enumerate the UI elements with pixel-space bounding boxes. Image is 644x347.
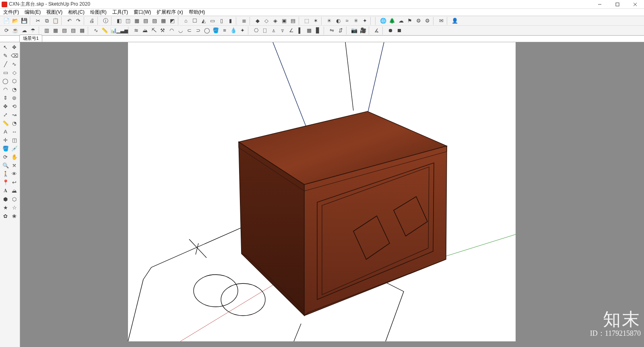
grid-icon[interactable]: ▦ bbox=[305, 27, 313, 35]
bars-icon[interactable]: ▁▃▅ bbox=[118, 27, 126, 35]
group-icon[interactable]: ⬚ bbox=[303, 17, 311, 25]
pencil-icon[interactable]: ✎ bbox=[2, 51, 10, 60]
gear-icon[interactable]: ⚙ bbox=[423, 17, 431, 25]
cube-wire-icon[interactable]: ◫ bbox=[124, 17, 132, 25]
comp1-icon[interactable]: ◆ bbox=[254, 17, 262, 25]
position-icon[interactable]: 📍 bbox=[2, 178, 10, 186]
arc1-icon[interactable]: ◠ bbox=[167, 27, 175, 35]
look-icon[interactable]: 👁 bbox=[10, 170, 19, 178]
paste-icon[interactable]: 📋 bbox=[52, 17, 60, 25]
paint-icon[interactable]: 🪣 bbox=[2, 144, 10, 152]
weather-icon[interactable]: ☂ bbox=[29, 27, 37, 35]
copy-icon[interactable]: ⧉ bbox=[43, 17, 51, 25]
flag-icon[interactable]: ⚑ bbox=[406, 17, 414, 25]
drop-icon[interactable]: 💧 bbox=[229, 27, 237, 35]
col-icon[interactable]: ▊ bbox=[314, 27, 322, 35]
model-info-icon[interactable]: ⓘ bbox=[101, 17, 109, 25]
axes-icon[interactable]: ✛ bbox=[2, 136, 10, 144]
stack-icon[interactable]: ≡ bbox=[221, 27, 229, 35]
select-icon[interactable]: ↖ bbox=[2, 43, 10, 51]
rect-rot-icon[interactable]: ◇ bbox=[10, 68, 19, 76]
freehand-icon[interactable]: ∿ bbox=[10, 60, 19, 68]
road2-icon[interactable]: ⎕ bbox=[261, 27, 269, 35]
maximize-button[interactable] bbox=[609, 0, 626, 9]
cube-hidden-icon[interactable]: ▧ bbox=[142, 17, 150, 25]
polygon-icon[interactable]: ⬡ bbox=[10, 77, 19, 85]
file-new-icon[interactable]: 📄 bbox=[2, 17, 10, 25]
rec2-icon[interactable]: ⏹ bbox=[395, 27, 403, 35]
sun-icon[interactable]: ☀ bbox=[325, 17, 333, 25]
road1-icon[interactable]: ⎔ bbox=[252, 27, 260, 35]
cut-icon[interactable]: ✂ bbox=[34, 17, 42, 25]
user-icon[interactable]: 👤 bbox=[451, 17, 459, 25]
ext1-icon[interactable]: ★ bbox=[2, 203, 10, 211]
redo-icon[interactable]: ↷ bbox=[74, 17, 82, 25]
cube-mono-icon[interactable]: ▦ bbox=[133, 17, 141, 25]
menu-view[interactable]: 视图(V) bbox=[45, 9, 64, 16]
menu-edit[interactable]: 编辑(E) bbox=[23, 9, 42, 16]
iso-icon[interactable]: ◭ bbox=[200, 17, 208, 25]
menu-camera[interactable]: 相机(C) bbox=[66, 9, 86, 16]
lasso-icon[interactable]: ✥ bbox=[10, 43, 19, 51]
offset-icon[interactable]: ⊚ bbox=[10, 94, 19, 102]
arc4-icon[interactable]: ⊃ bbox=[194, 27, 202, 35]
cam2-icon[interactable]: 🎥 bbox=[359, 27, 367, 35]
comp3-icon[interactable]: ◈ bbox=[271, 17, 279, 25]
mirror-icon[interactable]: ⇋ bbox=[328, 27, 336, 35]
text-icon[interactable]: A bbox=[2, 127, 10, 136]
follow-icon[interactable]: ↝ bbox=[10, 111, 19, 119]
win2-icon[interactable]: ▦ bbox=[52, 27, 60, 35]
arc2-icon[interactable]: ◡ bbox=[176, 27, 184, 35]
curve-icon[interactable]: ∿ bbox=[92, 27, 100, 35]
arc5-icon[interactable]: ◯ bbox=[203, 27, 211, 35]
rotate-icon[interactable]: ⟲ bbox=[10, 102, 19, 110]
zoom-ext-icon[interactable]: ⤧ bbox=[10, 161, 19, 169]
road3-icon[interactable]: ⍋ bbox=[270, 27, 278, 35]
rect-icon[interactable]: ▭ bbox=[2, 68, 10, 76]
orbit-icon[interactable]: ⟳ bbox=[2, 27, 10, 35]
move-icon[interactable]: ✥ bbox=[2, 102, 10, 110]
folder-open-icon[interactable]: 📂 bbox=[11, 17, 19, 25]
paint-icon[interactable]: 🪣 bbox=[212, 27, 220, 35]
3dtext-icon[interactable]: 𝐀 bbox=[2, 187, 10, 195]
section-icon[interactable]: ◫ bbox=[10, 136, 19, 144]
sandbox3-icon[interactable]: ⛏ bbox=[150, 27, 158, 35]
house-icon[interactable]: ⌂ bbox=[182, 17, 190, 25]
top-icon[interactable]: ▭ bbox=[208, 17, 217, 25]
zoom-icon[interactable]: 🔍 bbox=[2, 161, 10, 169]
wall-icon[interactable]: ▌ bbox=[296, 27, 304, 35]
walk-icon[interactable]: 🚶 bbox=[2, 170, 10, 178]
print-icon[interactable]: 🖨 bbox=[88, 17, 96, 25]
sandbox2-icon[interactable]: ⛰ bbox=[141, 27, 149, 35]
shadow-icon[interactable]: ◐ bbox=[334, 17, 342, 25]
comp2-icon[interactable]: ◇ bbox=[262, 17, 270, 25]
circle-icon[interactable]: ◯ bbox=[2, 77, 10, 85]
layers-icon[interactable]: ≣ bbox=[240, 17, 248, 25]
win5-icon[interactable]: ▩ bbox=[78, 27, 86, 35]
arc-icon[interactable]: ◠ bbox=[2, 85, 10, 93]
front-icon[interactable]: ▯ bbox=[217, 17, 225, 25]
pushpull-icon[interactable]: ⇕ bbox=[2, 94, 10, 102]
globe2-icon[interactable]: ⚙ bbox=[415, 17, 423, 25]
save-icon[interactable]: 💾 bbox=[20, 17, 28, 25]
fog-icon[interactable]: ≈ bbox=[343, 17, 351, 25]
win1-icon[interactable]: ▥ bbox=[43, 27, 51, 35]
sample-icon[interactable]: 💉 bbox=[10, 144, 19, 152]
cloud2-icon[interactable]: ☁ bbox=[20, 27, 28, 35]
protractor-icon[interactable]: ◔ bbox=[10, 119, 19, 127]
comp5-icon[interactable]: ▤ bbox=[289, 17, 297, 25]
cube-shaded-icon[interactable]: ▨ bbox=[151, 17, 159, 25]
prev-icon[interactable]: ↩ bbox=[10, 178, 19, 186]
tape-icon[interactable]: 📏 bbox=[2, 119, 10, 127]
viewport[interactable] bbox=[20, 42, 644, 347]
road4-icon[interactable]: ⍒ bbox=[279, 27, 287, 35]
line-icon[interactable]: ╱ bbox=[2, 60, 10, 68]
style-icon[interactable]: ✦ bbox=[361, 17, 369, 25]
menu-file[interactable]: 文件(F) bbox=[2, 9, 21, 16]
tree-icon[interactable]: 🌲 bbox=[388, 17, 396, 25]
flip-icon[interactable]: ⇵ bbox=[336, 27, 345, 35]
globe-icon[interactable]: 🌐 bbox=[379, 17, 387, 25]
close-button[interactable] bbox=[626, 0, 644, 9]
eraser-icon[interactable]: ⌫ bbox=[10, 51, 19, 60]
angle-icon[interactable]: ∡ bbox=[373, 27, 381, 35]
